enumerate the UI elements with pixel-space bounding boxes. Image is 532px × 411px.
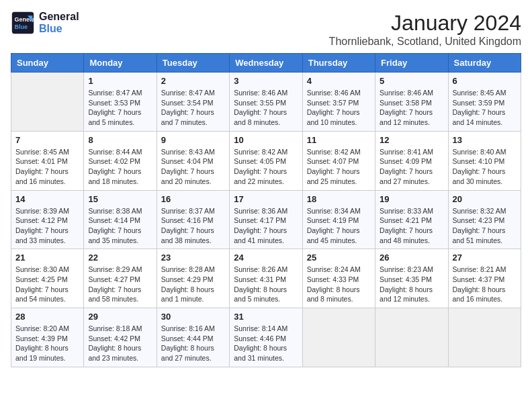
day-number: 21 xyxy=(15,253,79,263)
day-info: Sunrise: 8:45 AM Sunset: 3:59 PM Dayligh… xyxy=(453,88,517,128)
day-info: Sunrise: 8:44 AM Sunset: 4:02 PM Dayligh… xyxy=(88,147,152,187)
calendar-cell: 5Sunrise: 8:46 AM Sunset: 3:58 PM Daylig… xyxy=(375,73,448,132)
day-number: 10 xyxy=(234,135,298,145)
calendar-cell: 31Sunrise: 8:14 AM Sunset: 4:46 PM Dayli… xyxy=(230,308,302,367)
logo-icon: General Blue xyxy=(11,11,35,35)
calendar-cell: 14Sunrise: 8:39 AM Sunset: 4:12 PM Dayli… xyxy=(11,190,84,249)
day-info: Sunrise: 8:45 AM Sunset: 4:01 PM Dayligh… xyxy=(15,147,79,187)
location-title: Thornliebank, Scotland, United Kingdom xyxy=(329,36,521,48)
day-info: Sunrise: 8:47 AM Sunset: 3:53 PM Dayligh… xyxy=(88,88,152,128)
day-info: Sunrise: 8:23 AM Sunset: 4:35 PM Dayligh… xyxy=(380,265,443,304)
week-row-1: 1Sunrise: 8:47 AM Sunset: 3:53 PM Daylig… xyxy=(11,73,521,132)
calendar-cell: 12Sunrise: 8:41 AM Sunset: 4:09 PM Dayli… xyxy=(375,131,448,190)
day-number: 7 xyxy=(15,135,79,145)
day-info: Sunrise: 8:21 AM Sunset: 4:37 PM Dayligh… xyxy=(453,265,517,304)
day-number: 3 xyxy=(234,76,298,86)
calendar-cell: 1Sunrise: 8:47 AM Sunset: 3:53 PM Daylig… xyxy=(84,73,157,132)
weekday-header-thursday: Thursday xyxy=(302,54,375,73)
day-info: Sunrise: 8:34 AM Sunset: 4:19 PM Dayligh… xyxy=(307,206,371,246)
calendar-cell: 2Sunrise: 8:47 AM Sunset: 3:54 PM Daylig… xyxy=(157,73,229,132)
calendar-cell: 25Sunrise: 8:24 AM Sunset: 4:33 PM Dayli… xyxy=(302,249,375,308)
day-number: 17 xyxy=(234,194,298,204)
day-number: 25 xyxy=(307,253,371,263)
day-number: 30 xyxy=(161,312,225,322)
day-info: Sunrise: 8:14 AM Sunset: 4:46 PM Dayligh… xyxy=(234,324,298,363)
day-number: 11 xyxy=(307,135,371,145)
calendar-cell: 21Sunrise: 8:30 AM Sunset: 4:25 PM Dayli… xyxy=(11,249,84,308)
day-info: Sunrise: 8:28 AM Sunset: 4:29 PM Dayligh… xyxy=(161,265,225,304)
day-number: 15 xyxy=(88,194,152,204)
day-info: Sunrise: 8:41 AM Sunset: 4:09 PM Dayligh… xyxy=(380,147,443,187)
day-info: Sunrise: 8:43 AM Sunset: 4:04 PM Dayligh… xyxy=(161,147,225,187)
day-info: Sunrise: 8:24 AM Sunset: 4:33 PM Dayligh… xyxy=(307,265,371,304)
calendar-cell xyxy=(375,308,448,367)
calendar-cell: 6Sunrise: 8:45 AM Sunset: 3:59 PM Daylig… xyxy=(448,73,521,132)
day-number: 22 xyxy=(88,253,152,263)
calendar-cell: 4Sunrise: 8:46 AM Sunset: 3:57 PM Daylig… xyxy=(302,73,375,132)
calendar-cell: 30Sunrise: 8:16 AM Sunset: 4:44 PM Dayli… xyxy=(157,308,229,367)
day-info: Sunrise: 8:46 AM Sunset: 3:55 PM Dayligh… xyxy=(234,88,298,128)
day-number: 19 xyxy=(380,194,443,204)
day-number: 2 xyxy=(161,76,225,86)
calendar-cell: 16Sunrise: 8:37 AM Sunset: 4:16 PM Dayli… xyxy=(157,190,229,249)
calendar-cell: 26Sunrise: 8:23 AM Sunset: 4:35 PM Dayli… xyxy=(375,249,448,308)
day-info: Sunrise: 8:47 AM Sunset: 3:54 PM Dayligh… xyxy=(161,88,225,128)
calendar-cell: 28Sunrise: 8:20 AM Sunset: 4:39 PM Dayli… xyxy=(11,308,84,367)
day-info: Sunrise: 8:46 AM Sunset: 3:57 PM Dayligh… xyxy=(307,88,371,128)
day-number: 18 xyxy=(307,194,371,204)
day-info: Sunrise: 8:32 AM Sunset: 4:23 PM Dayligh… xyxy=(453,206,517,246)
calendar-cell: 13Sunrise: 8:40 AM Sunset: 4:10 PM Dayli… xyxy=(448,131,521,190)
day-number: 28 xyxy=(15,312,79,322)
calendar-cell: 9Sunrise: 8:43 AM Sunset: 4:04 PM Daylig… xyxy=(157,131,229,190)
calendar-cell xyxy=(302,308,375,367)
day-info: Sunrise: 8:16 AM Sunset: 4:44 PM Dayligh… xyxy=(161,324,225,363)
calendar-cell: 3Sunrise: 8:46 AM Sunset: 3:55 PM Daylig… xyxy=(230,73,302,132)
calendar-cell: 19Sunrise: 8:33 AM Sunset: 4:21 PM Dayli… xyxy=(375,190,448,249)
weekday-header-monday: Monday xyxy=(84,54,157,73)
calendar-cell: 7Sunrise: 8:45 AM Sunset: 4:01 PM Daylig… xyxy=(11,131,84,190)
day-number: 16 xyxy=(161,194,225,204)
logo-text: General Blue xyxy=(39,11,79,35)
day-number: 20 xyxy=(453,194,517,204)
day-info: Sunrise: 8:46 AM Sunset: 3:58 PM Dayligh… xyxy=(380,88,443,128)
calendar-cell: 17Sunrise: 8:36 AM Sunset: 4:17 PM Dayli… xyxy=(230,190,302,249)
calendar-cell: 15Sunrise: 8:38 AM Sunset: 4:14 PM Dayli… xyxy=(84,190,157,249)
week-row-3: 14Sunrise: 8:39 AM Sunset: 4:12 PM Dayli… xyxy=(11,190,521,249)
day-number: 29 xyxy=(88,312,152,322)
calendar-cell: 20Sunrise: 8:32 AM Sunset: 4:23 PM Dayli… xyxy=(448,190,521,249)
logo: General Blue General Blue xyxy=(11,11,79,35)
calendar-cell xyxy=(448,308,521,367)
weekday-header-friday: Friday xyxy=(375,54,448,73)
svg-text:Blue: Blue xyxy=(14,24,28,30)
day-info: Sunrise: 8:39 AM Sunset: 4:12 PM Dayligh… xyxy=(15,206,79,246)
day-number: 1 xyxy=(88,76,152,86)
day-number: 27 xyxy=(453,253,517,263)
day-info: Sunrise: 8:42 AM Sunset: 4:07 PM Dayligh… xyxy=(307,147,371,187)
day-info: Sunrise: 8:26 AM Sunset: 4:31 PM Dayligh… xyxy=(234,265,298,304)
day-info: Sunrise: 8:42 AM Sunset: 4:05 PM Dayligh… xyxy=(234,147,298,187)
day-info: Sunrise: 8:20 AM Sunset: 4:39 PM Dayligh… xyxy=(15,324,79,363)
day-info: Sunrise: 8:30 AM Sunset: 4:25 PM Dayligh… xyxy=(15,265,79,304)
week-row-4: 21Sunrise: 8:30 AM Sunset: 4:25 PM Dayli… xyxy=(11,249,521,308)
day-number: 4 xyxy=(307,76,371,86)
day-number: 6 xyxy=(453,76,517,86)
day-info: Sunrise: 8:36 AM Sunset: 4:17 PM Dayligh… xyxy=(234,206,298,246)
week-row-2: 7Sunrise: 8:45 AM Sunset: 4:01 PM Daylig… xyxy=(11,131,521,190)
weekday-header-wednesday: Wednesday xyxy=(230,54,302,73)
day-number: 31 xyxy=(234,312,298,322)
calendar-cell xyxy=(11,73,84,132)
calendar-cell: 27Sunrise: 8:21 AM Sunset: 4:37 PM Dayli… xyxy=(448,249,521,308)
calendar-cell: 22Sunrise: 8:29 AM Sunset: 4:27 PM Dayli… xyxy=(84,249,157,308)
title-area: January 2024 Thornliebank, Scotland, Uni… xyxy=(329,11,521,48)
calendar-cell: 29Sunrise: 8:18 AM Sunset: 4:42 PM Dayli… xyxy=(84,308,157,367)
weekday-header-sunday: Sunday xyxy=(11,54,84,73)
week-row-5: 28Sunrise: 8:20 AM Sunset: 4:39 PM Dayli… xyxy=(11,308,521,367)
calendar-cell: 18Sunrise: 8:34 AM Sunset: 4:19 PM Dayli… xyxy=(302,190,375,249)
day-number: 24 xyxy=(234,253,298,263)
weekday-header-tuesday: Tuesday xyxy=(157,54,229,73)
month-title: January 2024 xyxy=(329,11,521,36)
day-number: 14 xyxy=(15,194,79,204)
calendar-cell: 11Sunrise: 8:42 AM Sunset: 4:07 PM Dayli… xyxy=(302,131,375,190)
day-info: Sunrise: 8:37 AM Sunset: 4:16 PM Dayligh… xyxy=(161,206,225,246)
day-info: Sunrise: 8:40 AM Sunset: 4:10 PM Dayligh… xyxy=(453,147,517,187)
